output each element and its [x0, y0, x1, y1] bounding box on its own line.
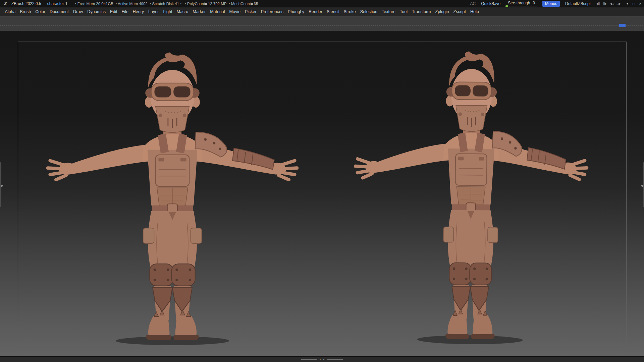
- title-bar: Z ZBrush 2022.0.5 character-1 • Free Mem…: [0, 0, 644, 7]
- menu-bar: AlphaBrushColorDocumentDrawDynamicsEditF…: [0, 7, 644, 16]
- menu-item[interactable]: Henry: [130, 9, 146, 14]
- workspace: [0, 31, 644, 356]
- menu-item[interactable]: Help: [468, 9, 481, 14]
- memory-stats: • Free Mem 20.041GB • Active Mem 4902 • …: [75, 1, 258, 6]
- zbrush-logo-icon: Z: [3, 1, 8, 6]
- menu-item[interactable]: Brush: [18, 9, 33, 14]
- menu-item[interactable]: File: [119, 9, 130, 14]
- menus-toggle-button[interactable]: Menus: [542, 1, 560, 7]
- menu-item[interactable]: Color: [33, 9, 48, 14]
- menu-item[interactable]: Material: [208, 9, 227, 14]
- next-document-icon[interactable]: □▶: [617, 2, 621, 5]
- shelf-blue-indicator[interactable]: [619, 24, 626, 27]
- menu-item[interactable]: Layer: [146, 9, 161, 14]
- menu-item[interactable]: Stroke: [341, 9, 358, 14]
- see-through-indicator-icon: [505, 5, 508, 7]
- top-shelf: [0, 16, 644, 31]
- menu-item[interactable]: Dynamics: [85, 9, 108, 14]
- ac-label: AC: [470, 1, 476, 6]
- menu-item[interactable]: Movie: [227, 9, 243, 14]
- menu-item[interactable]: Texture: [380, 9, 398, 14]
- menu-item[interactable]: Document: [48, 9, 71, 14]
- left-tray-arrow-icon: ▶: [1, 184, 4, 187]
- menu-item[interactable]: PhongLy: [286, 9, 307, 14]
- scrub-right-icon[interactable]: ||||▶: [603, 2, 606, 5]
- scrollbar-track-right[interactable]: [327, 359, 343, 360]
- menu-item[interactable]: Edit: [108, 9, 120, 14]
- window-controls: ▾ □ ×: [626, 1, 641, 6]
- menu-item[interactable]: Render: [306, 9, 324, 14]
- shelf-divider: [0, 25, 644, 25]
- minimize-icon[interactable]: ▾: [626, 1, 628, 6]
- maximize-icon[interactable]: □: [633, 2, 635, 6]
- menu-item[interactable]: Macro: [174, 9, 191, 14]
- menu-item[interactable]: Zscript: [451, 9, 468, 14]
- menu-item[interactable]: Transform: [410, 9, 433, 14]
- scroll-down-icon[interactable]: ▼: [323, 358, 325, 361]
- quicksave-button[interactable]: QuickSave: [481, 1, 500, 6]
- menu-item[interactable]: Alpha: [3, 9, 18, 14]
- scroll-up-icon[interactable]: ▲: [319, 358, 322, 361]
- titlebar-right-cluster: AC QuickSave See-through 0 Menus Default…: [470, 1, 641, 7]
- menu-item[interactable]: Marker: [191, 9, 208, 14]
- menu-item[interactable]: Preferences: [259, 9, 285, 14]
- left-tray-handle[interactable]: ▶: [1, 184, 4, 187]
- document-name: character-1: [47, 1, 68, 6]
- menu-item[interactable]: Light: [161, 9, 174, 14]
- sculpt-front-view: [33, 40, 312, 347]
- see-through-slider[interactable]: See-through 0: [506, 1, 537, 6]
- right-tray-arrow-icon: ◀: [640, 184, 643, 187]
- zscript-button[interactable]: DefaultZScript: [565, 1, 591, 6]
- menu-item[interactable]: Zplugin: [433, 9, 451, 14]
- menu-item[interactable]: Draw: [71, 9, 85, 14]
- see-through-label: See-through: [508, 1, 530, 5]
- scrub-left-icon[interactable]: ◀||||: [596, 2, 600, 5]
- canvas-bottom-bar: ▲ ▼: [0, 356, 644, 362]
- scrollbar-track-left[interactable]: [301, 359, 317, 360]
- menu-item[interactable]: Picker: [243, 9, 259, 14]
- menu-item[interactable]: Stencil: [324, 9, 341, 14]
- see-through-value: 0: [533, 1, 535, 5]
- menu-item[interactable]: Tool: [398, 9, 410, 14]
- titlebar-icons: ◀|||| ||||▶ ◀□ □▶: [596, 2, 621, 5]
- right-tray-handle[interactable]: ◀: [640, 184, 643, 187]
- app-title: ZBrush 2022.0.5: [11, 1, 41, 6]
- menu-item[interactable]: Selection: [358, 9, 379, 14]
- prev-document-icon[interactable]: ◀□: [610, 2, 614, 5]
- canvas-scroll-widget[interactable]: ▲ ▼: [319, 358, 325, 361]
- close-icon[interactable]: ×: [639, 2, 641, 6]
- sculpt-three-quarter-view: [340, 38, 601, 347]
